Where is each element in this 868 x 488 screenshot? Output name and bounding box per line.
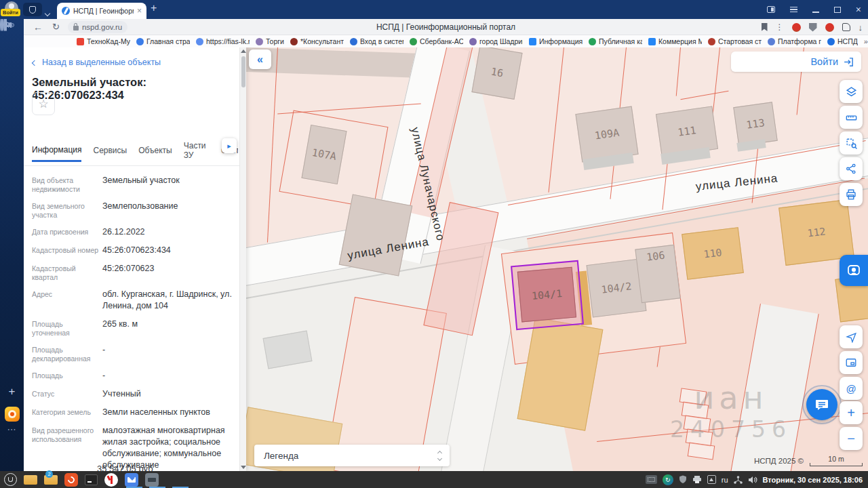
- new-tab-button[interactable]: +: [151, 2, 157, 14]
- area-search-button[interactable]: [840, 131, 863, 155]
- sync-tray-icon[interactable]: ↻: [663, 474, 673, 485]
- rail-more-icon[interactable]: ⋯: [0, 424, 24, 434]
- ruler-button[interactable]: [840, 106, 863, 129]
- building[interactable]: 106: [635, 245, 680, 303]
- zoom-out-button[interactable]: −: [840, 427, 863, 450]
- rail-add-icon[interactable]: +: [0, 385, 24, 399]
- update-app-icon[interactable]: [64, 473, 78, 487]
- panel-scrollbar[interactable]: [239, 47, 246, 471]
- bookmark-item[interactable]: Публичная кадас: [589, 37, 642, 45]
- yandex-start-icon[interactable]: [5, 407, 20, 422]
- bookmark-item[interactable]: *КонсультантПл: [290, 37, 344, 45]
- browser-tab[interactable]: НСПД | Геоинформаци ×: [57, 3, 146, 19]
- bookmark-item[interactable]: Коммерция МО.х: [648, 37, 702, 45]
- profile-chevron-icon[interactable]: [45, 6, 50, 18]
- share-button[interactable]: [840, 157, 863, 180]
- zoom-in-button[interactable]: +: [840, 401, 863, 424]
- tab-services[interactable]: Сервисы: [93, 146, 127, 161]
- collections-icon[interactable]: [842, 23, 850, 31]
- printer-tray-icon[interactable]: [692, 476, 702, 484]
- bookmark-item[interactable]: Главная страниц: [136, 37, 190, 45]
- profile-login-badge[interactable]: Войти: [1, 9, 20, 16]
- tab-close-icon[interactable]: ×: [137, 6, 142, 16]
- bookmark-item[interactable]: Информация о р: [529, 37, 583, 45]
- info-row: Кадастровый квартал45:26:070623: [24, 263, 246, 282]
- volume-tray-icon[interactable]: [748, 476, 757, 484]
- panels-icon[interactable]: [767, 6, 775, 13]
- language-indicator[interactable]: ru: [722, 476, 728, 484]
- bookmarks-overflow[interactable]: »: [864, 37, 868, 45]
- bookmark-item[interactable]: город Шадринск: [469, 37, 523, 45]
- building[interactable]: 110: [682, 227, 744, 280]
- mail-app-icon[interactable]: [125, 473, 138, 487]
- layers-button[interactable]: [840, 80, 863, 103]
- shield-extension-icon[interactable]: [809, 23, 817, 32]
- bookmark-item[interactable]: Вход в систему :: [350, 37, 403, 45]
- building[interactable]: [339, 194, 413, 276]
- url-box[interactable]: nspd.gov.ru: [68, 21, 127, 33]
- screenshot-icon[interactable]: [5, 18, 7, 31]
- favorite-star-button[interactable]: ☆: [32, 92, 55, 115]
- building-label: 112: [806, 225, 826, 239]
- coordinates-button[interactable]: @: [840, 377, 863, 400]
- bookmark-item[interactable]: ТехноКад-Муниц: [77, 37, 130, 45]
- yandex-browser-app-icon[interactable]: [104, 473, 118, 487]
- info-row: Адресобл. Курганская, г. Шадринск, ул. Л…: [24, 289, 246, 312]
- folder-app-icon[interactable]: 2: [44, 475, 58, 485]
- overview-map-button[interactable]: [840, 351, 863, 374]
- window-controls: ×: [752, 0, 861, 19]
- building[interactable]: 16: [471, 47, 522, 100]
- extension-icon[interactable]: [792, 23, 801, 32]
- browser-tabstrip: Войти НСПД | Геоинформаци × + ×: [0, 0, 868, 19]
- tabs-scroll-right-button[interactable]: ▸: [222, 138, 237, 153]
- kebab-icon[interactable]: ⋮: [776, 22, 784, 32]
- bookmark-item[interactable]: НСПД: [827, 37, 858, 45]
- bookmarks-bar: ТехноКад-Муниц Главная страниц https://f…: [24, 35, 868, 47]
- scroll-thumb[interactable]: [241, 56, 245, 87]
- url-text[interactable]: nspd.gov.ru: [82, 23, 122, 31]
- map-canvas[interactable]: 107А 16 109А 111 113 104/1 104/2 106 110…: [246, 47, 868, 471]
- start-menu-button[interactable]: [4, 473, 17, 486]
- bookmark-item[interactable]: Стартовая стран: [708, 37, 762, 45]
- minimize-icon[interactable]: [812, 12, 819, 13]
- extension-icon[interactable]: [825, 23, 834, 32]
- shield-tray-icon[interactable]: [679, 475, 687, 484]
- selected-parcel-104-1[interactable]: 104/1: [511, 260, 584, 330]
- browser-side-rail: + ⋯: [0, 19, 24, 471]
- chat-button[interactable]: [806, 389, 837, 420]
- tab-information[interactable]: Информация: [32, 145, 81, 162]
- network-tray-icon[interactable]: [734, 476, 743, 484]
- bookmark-item[interactable]: Платформа госуд: [768, 37, 821, 45]
- updates-tray-icon[interactable]: [707, 475, 716, 484]
- bookmark-item[interactable]: https://fias-lk.nal: [196, 37, 250, 45]
- geolocation-button[interactable]: [840, 325, 863, 348]
- side-panel-tab[interactable]: [840, 255, 868, 286]
- maximize-icon[interactable]: [834, 7, 841, 13]
- taskbar-clock[interactable]: Вторник, 30 сен 2025, 18:06: [763, 476, 863, 484]
- menu-icon[interactable]: [790, 5, 797, 14]
- legend-bar[interactable]: Легенда: [254, 445, 450, 466]
- profile-button[interactable]: [23, 3, 42, 16]
- print-button[interactable]: [840, 183, 863, 206]
- close-icon[interactable]: ×: [856, 4, 861, 15]
- tab-objects[interactable]: Объекты: [138, 146, 172, 161]
- bookmark-item[interactable]: Сбербанк-АСТ -: [410, 37, 463, 45]
- back-link[interactable]: Назад в выделенные объекты: [24, 47, 246, 67]
- download-icon[interactable]: ↓: [859, 22, 863, 33]
- building[interactable]: 113: [733, 102, 778, 146]
- info-row: Площадь-: [24, 370, 246, 382]
- window-app-icon[interactable]: [145, 473, 159, 487]
- tab-parts[interactable]: Части ЗУ: [184, 141, 210, 165]
- reload-icon[interactable]: ↻: [52, 22, 60, 32]
- bookmark-flag-icon[interactable]: [762, 23, 768, 31]
- terminal-app-icon[interactable]: [85, 474, 98, 485]
- scroll-down-icon[interactable]: [241, 466, 246, 469]
- login-button[interactable]: Войти: [731, 52, 861, 72]
- bookmark-item[interactable]: Торги: [256, 37, 284, 45]
- keyboard-tray-icon[interactable]: [646, 475, 657, 484]
- files-app-icon[interactable]: [24, 475, 37, 485]
- panel-collapse-button[interactable]: «: [249, 49, 271, 69]
- scroll-up-icon[interactable]: [241, 49, 246, 53]
- legend-expand-icon[interactable]: [438, 451, 441, 460]
- back-icon[interactable]: ←: [33, 22, 43, 33]
